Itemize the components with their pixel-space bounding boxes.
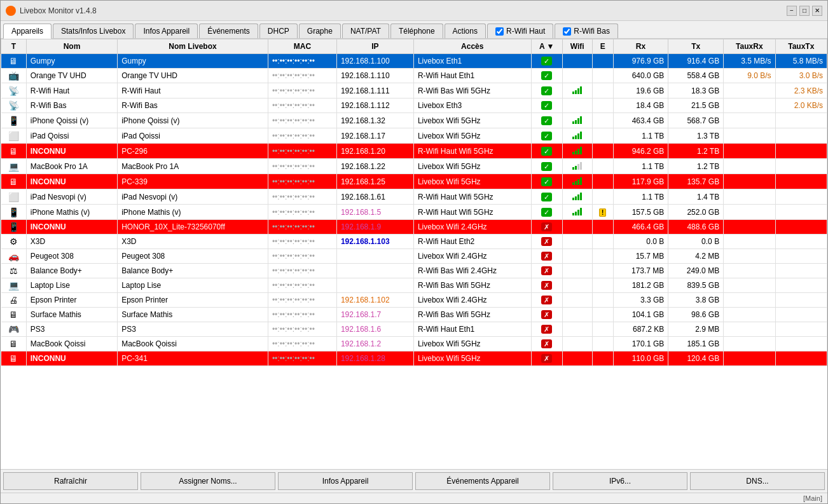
infos-appareil-button[interactable]: Infos Appareil bbox=[278, 472, 413, 490]
tab-infos[interactable]: Infos Appareil bbox=[135, 24, 198, 38]
maximize-button[interactable]: □ bbox=[799, 6, 810, 16]
cell-wifi bbox=[562, 54, 592, 69]
cell-active: ✓ bbox=[531, 128, 562, 144]
table-row[interactable]: ⬜iPad QoissiiPad Qoissi••:••:••:••:••:••… bbox=[1, 128, 827, 144]
cell-tx: 185.1 GB bbox=[668, 337, 724, 351]
table-row[interactable]: 💻Laptop LiseLaptop Lise••:••:••:••:••:••… bbox=[1, 278, 827, 293]
cell-taux-tx: 3.0 B/s bbox=[775, 69, 827, 83]
col-type[interactable]: T bbox=[1, 39, 27, 54]
cell-acces: Livebox Wifi 5GHz bbox=[413, 337, 531, 351]
cell-wifi bbox=[562, 113, 592, 128]
cell-nom-livebox: MacBook Qoissi bbox=[118, 337, 268, 351]
cell-wifi bbox=[562, 205, 592, 220]
col-wifi[interactable]: Wifi bbox=[562, 39, 592, 54]
close-button[interactable]: ✕ bbox=[812, 6, 822, 16]
dns-button[interactable]: DNS... bbox=[690, 472, 825, 490]
cell-tx: 1.2 TB bbox=[668, 159, 724, 174]
cell-active: ✓ bbox=[531, 69, 562, 83]
col-taux-tx[interactable]: TauxTx bbox=[775, 39, 827, 54]
cell-nom: MacBook Qoissi bbox=[26, 337, 117, 351]
status-bar: [Main] bbox=[1, 493, 827, 503]
cell-acces: R-Wifi Haut Wifi 5GHz bbox=[413, 205, 531, 220]
tab-telephone[interactable]: Téléphone bbox=[390, 24, 443, 38]
table-row[interactable]: 🖥MacBook QoissiMacBook Qoissi••:••:••:••… bbox=[1, 337, 827, 351]
cell-nom-livebox: R-Wifi Haut bbox=[118, 83, 268, 99]
cell-ip: 192.168.1.102 bbox=[336, 293, 413, 308]
cell-wifi bbox=[562, 322, 592, 337]
table-row[interactable]: ⚖Balance Body+Balance Body+••:••:••:••:•… bbox=[1, 264, 827, 278]
cell-active: ✓ bbox=[531, 205, 562, 220]
tab-evenements[interactable]: Événements bbox=[199, 24, 258, 38]
assigner-noms-button[interactable]: Assigner Noms... bbox=[141, 472, 275, 490]
col-taux-rx[interactable]: TauxRx bbox=[724, 39, 775, 54]
col-e[interactable]: E bbox=[592, 39, 613, 54]
cell-e bbox=[592, 337, 613, 351]
table-container[interactable]: T Nom Nom Livebox MAC IP Accès A ▼ Wifi … bbox=[1, 39, 827, 469]
cell-ip: 192.168.1.9 bbox=[336, 220, 413, 235]
cell-acces: Livebox Wifi 2.4GHz bbox=[413, 220, 531, 235]
table-row[interactable]: 📱iPhone Mathis (v)iPhone Mathis (v)••:••… bbox=[1, 205, 827, 220]
cell-ip: 192.168.1.5 bbox=[336, 205, 413, 220]
table-row[interactable]: 📡R-Wifi BasR-Wifi Bas••:••:••:••:••:••19… bbox=[1, 99, 827, 113]
cell-taux-rx bbox=[724, 322, 775, 337]
tab-dhcp[interactable]: DHCP bbox=[259, 24, 298, 38]
table-row[interactable]: 🖥INCONNUPC-296••:••:••:••:••:••192.168.1… bbox=[1, 144, 827, 159]
col-active[interactable]: A ▼ bbox=[531, 39, 562, 54]
col-nom-livebox[interactable]: Nom Livebox bbox=[118, 39, 268, 54]
table-row[interactable]: 📱INCONNUHONOR_10X_Lite-73256070ff••:••:•… bbox=[1, 220, 827, 235]
table-row[interactable]: 📱iPhone Qoissi (v)iPhone Qoissi (v)••:••… bbox=[1, 113, 827, 128]
cell-wifi bbox=[562, 235, 592, 249]
table-row[interactable]: 🎮PS3PS3••:••:••:••:••:••192.168.1.6R-Wif… bbox=[1, 322, 827, 337]
table-row[interactable]: 📡R-Wifi HautR-Wifi Haut••:••:••:••:••:••… bbox=[1, 83, 827, 99]
evenements-appareil-button[interactable]: Événements Appareil bbox=[415, 472, 550, 490]
cell-ip: 192.168.1.2 bbox=[336, 337, 413, 351]
cell-wifi bbox=[562, 220, 592, 235]
tab-appareils[interactable]: Appareils bbox=[3, 24, 52, 39]
col-tx[interactable]: Tx bbox=[668, 39, 724, 54]
cell-nom-livebox: iPhone Mathis (v) bbox=[118, 205, 268, 220]
cell-nom-livebox: Laptop Lise bbox=[118, 278, 268, 293]
cell-active: ✗ bbox=[531, 308, 562, 322]
ipv6-button[interactable]: IPv6... bbox=[553, 472, 687, 490]
cell-tx: 0.0 B bbox=[668, 235, 724, 249]
col-nom[interactable]: Nom bbox=[26, 39, 117, 54]
cell-taux-rx bbox=[724, 174, 775, 189]
col-acces[interactable]: Accès bbox=[413, 39, 531, 54]
cell-acces: Livebox Wifi 5GHz bbox=[413, 113, 531, 128]
table-row[interactable]: 🖥GumpyGumpy••:••:••:••:••:••192.168.1.10… bbox=[1, 54, 827, 69]
table-row[interactable]: 📺Orange TV UHDOrange TV UHD••:••:••:••:•… bbox=[1, 69, 827, 83]
col-rx[interactable]: Rx bbox=[613, 39, 668, 54]
col-mac[interactable]: MAC bbox=[268, 39, 336, 54]
rwifi-bas-checkbox[interactable] bbox=[563, 27, 571, 36]
tab-rwifi-bas[interactable]: R-Wifi Bas bbox=[555, 24, 618, 38]
table-row[interactable]: ⬜iPad Nesvopi (v)iPad Nesvopi (v)••:••:•… bbox=[1, 189, 827, 205]
minimize-button[interactable]: − bbox=[787, 6, 797, 16]
cell-wifi bbox=[562, 144, 592, 159]
tab-rwifi-haut[interactable]: R-Wifi Haut bbox=[487, 24, 553, 38]
cell-wifi bbox=[562, 83, 592, 99]
tab-actions[interactable]: Actions bbox=[445, 24, 486, 38]
cell-mac: ••:••:••:••:••:•• bbox=[268, 113, 336, 128]
table-row[interactable]: 🖨Epson PrinterEpson Printer••:••:••:••:•… bbox=[1, 293, 827, 308]
tab-stats[interactable]: Stats/Infos Livebox bbox=[53, 24, 134, 38]
rafraichir-button[interactable]: Rafraîchir bbox=[3, 472, 138, 490]
cell-nom: Epson Printer bbox=[26, 293, 117, 308]
tab-nat[interactable]: NAT/PAT bbox=[342, 24, 389, 38]
table-row[interactable]: ⚙X3DX3D••:••:••:••:••:••192.168.1.103R-W… bbox=[1, 235, 827, 249]
col-ip[interactable]: IP bbox=[336, 39, 413, 54]
cell-ip: 192.168.1.20 bbox=[336, 144, 413, 159]
table-row[interactable]: 🚗Peugeot 308Peugeot 308••:••:••:••:••:••… bbox=[1, 249, 827, 264]
cell-acces: R-Wifi Haut Wifi 5GHz bbox=[413, 144, 531, 159]
table-row[interactable]: 🖥INCONNUPC-341••:••:••:••:••:••192.168.1… bbox=[1, 351, 827, 366]
cell-active: ✓ bbox=[531, 174, 562, 189]
table-row[interactable]: 💻MacBook Pro 1AMacBook Pro 1A••:••:••:••… bbox=[1, 159, 827, 174]
tab-graphe[interactable]: Graphe bbox=[299, 24, 341, 38]
cell-acces: R-Wifi Haut Eth1 bbox=[413, 69, 531, 83]
cell-nom: iPhone Qoissi (v) bbox=[26, 113, 117, 128]
cell-rx: 687.2 KB bbox=[613, 322, 668, 337]
table-row[interactable]: 🖥Surface MathisSurface Mathis••:••:••:••… bbox=[1, 308, 827, 322]
cell-active: ✓ bbox=[531, 144, 562, 159]
rwifi-haut-checkbox[interactable] bbox=[495, 27, 504, 36]
table-row[interactable]: 🖥INCONNUPC-339••:••:••:••:••:••192.168.1… bbox=[1, 174, 827, 189]
cell-tx: 3.8 GB bbox=[668, 293, 724, 308]
